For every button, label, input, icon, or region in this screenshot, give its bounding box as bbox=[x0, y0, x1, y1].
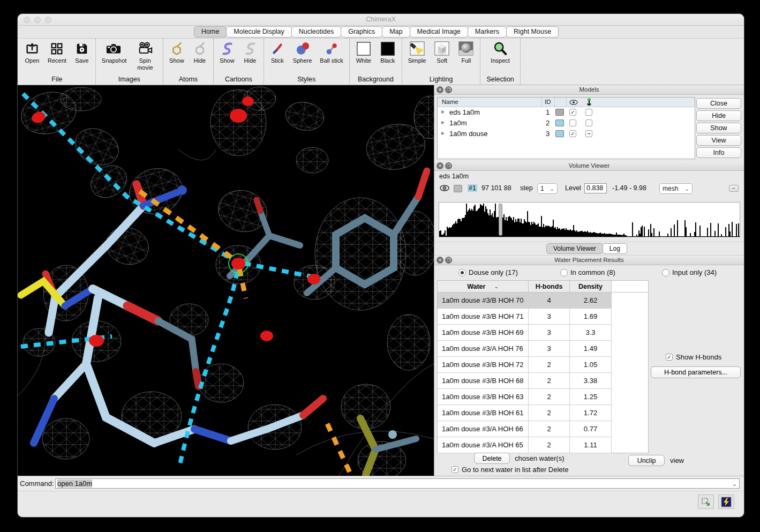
minimize-window-button[interactable] bbox=[34, 17, 41, 23]
show-hbonds-checkbox[interactable] bbox=[666, 354, 673, 361]
expand-triangle-icon[interactable]: ▶ bbox=[441, 109, 445, 114]
close-panel-icon[interactable]: ✕ bbox=[437, 162, 443, 169]
id-column-header[interactable]: ID bbox=[545, 99, 551, 105]
save-button[interactable]: Save bbox=[74, 41, 89, 64]
sphere-style-button[interactable]: Sphere bbox=[293, 41, 312, 64]
command-input[interactable]: open 1a0m ⌄ bbox=[55, 478, 740, 489]
name-column-header[interactable]: Name bbox=[442, 99, 458, 105]
water-table-row[interactable]: 1a0m douse #3/A HOH 66 2 0.77 bbox=[438, 421, 648, 437]
zoom-window-button[interactable] bbox=[45, 17, 51, 23]
water-table-row[interactable]: 1a0m douse #3/A HOH 76 3 1.49 bbox=[438, 341, 648, 357]
model-selected-checkbox[interactable] bbox=[585, 109, 592, 116]
cartoons-hide-button[interactable]: Hide bbox=[243, 41, 258, 64]
soft-lighting-button[interactable]: Soft bbox=[434, 41, 450, 64]
tab-home[interactable]: Home bbox=[194, 26, 227, 38]
spin-movie-button[interactable]: Spin movie bbox=[133, 41, 157, 71]
tab-graphics[interactable]: Graphics bbox=[341, 26, 382, 38]
water-table-row[interactable]: 1a0m douse #3/B HOH 68 2 3.38 bbox=[438, 373, 648, 389]
close-panel-icon[interactable]: ✕ bbox=[437, 86, 443, 93]
hbond-parameters-button[interactable]: H-bond parameters... bbox=[651, 366, 741, 378]
value-range: -1.49 - 9.98 bbox=[612, 184, 646, 192]
tab-log[interactable]: Log bbox=[603, 243, 627, 254]
white-background-button[interactable]: White bbox=[356, 41, 372, 64]
full-lighting-button[interactable]: Full bbox=[458, 41, 474, 64]
model-row[interactable]: ▶ 1a0m 2 bbox=[438, 118, 695, 129]
map-model-id[interactable]: #1 bbox=[468, 184, 477, 192]
next-water-checkbox[interactable] bbox=[452, 466, 458, 473]
black-background-button[interactable]: Black bbox=[380, 41, 396, 64]
threshold-slider[interactable] bbox=[499, 204, 502, 236]
radio-in-common[interactable]: In common (8) bbox=[560, 268, 615, 276]
float-panel-icon[interactable]: ❐ bbox=[445, 162, 452, 169]
model-color-swatch[interactable] bbox=[555, 109, 564, 116]
atoms-show-button[interactable]: Show bbox=[169, 41, 184, 64]
float-panel-icon[interactable]: ❐ bbox=[445, 86, 452, 93]
tab-markers[interactable]: Markers bbox=[468, 26, 507, 38]
radio-input-only[interactable]: Input only (34) bbox=[662, 268, 717, 276]
ball-stick-style-button[interactable]: Ball stick bbox=[320, 41, 343, 64]
collapse-button[interactable]: − bbox=[729, 185, 739, 192]
next-water-option[interactable]: Go to next water in list after Delete bbox=[452, 466, 568, 474]
radio-icon[interactable] bbox=[458, 269, 466, 276]
model-color-swatch[interactable] bbox=[555, 119, 564, 126]
tab-molecule-display[interactable]: Molecule Display bbox=[226, 26, 291, 38]
radio-douse-only[interactable]: Douse only (17) bbox=[458, 268, 518, 276]
inspect-button[interactable]: Inspect bbox=[491, 41, 509, 64]
map-color-swatch[interactable] bbox=[454, 185, 462, 192]
info-model-button[interactable]: Info bbox=[696, 147, 741, 158]
hbonds-column-header[interactable]: H-bonds bbox=[529, 281, 570, 292]
atoms-hide-button[interactable]: Hide bbox=[192, 41, 207, 64]
show-hbonds-option[interactable]: Show H-bonds bbox=[666, 353, 721, 361]
show-model-button[interactable]: Show bbox=[696, 123, 741, 133]
water-table-row[interactable]: 1a0m douse #3/B HOH 61 2 1.72 bbox=[438, 405, 648, 421]
unclip-button[interactable]: Unclip bbox=[628, 455, 665, 466]
tab-map[interactable]: Map bbox=[382, 26, 410, 38]
fast-mode-button[interactable] bbox=[718, 494, 734, 509]
water-column-header[interactable]: Water⌄ bbox=[438, 281, 529, 292]
model-color-swatch[interactable] bbox=[555, 130, 564, 137]
model-selected-checkbox[interactable] bbox=[585, 119, 592, 126]
close-model-button[interactable]: Close bbox=[696, 98, 741, 109]
water-table-row[interactable]: 1a0m douse #3/B HOH 72 2 1.05 bbox=[438, 357, 648, 373]
snapshot-button[interactable]: Snapshot bbox=[102, 41, 125, 64]
tab-nucleotides[interactable]: Nucleotides bbox=[291, 26, 341, 38]
hide-model-button[interactable]: Hide bbox=[696, 110, 741, 121]
water-table-row[interactable]: 1a0m douse #3/B HOH 63 2 1.25 bbox=[438, 389, 648, 405]
view-model-button[interactable]: View bbox=[696, 135, 741, 146]
model-shown-checkbox[interactable] bbox=[569, 130, 576, 137]
water-table-row[interactable]: 1a0m douse #3/B HOH 71 3 1.69 bbox=[438, 309, 648, 325]
expand-triangle-icon[interactable]: ▶ bbox=[441, 131, 445, 136]
radio-icon[interactable] bbox=[662, 269, 669, 276]
close-panel-icon[interactable]: ✕ bbox=[437, 257, 443, 264]
step-select[interactable]: 1⌄ bbox=[537, 183, 558, 194]
level-input[interactable]: 0.838 bbox=[584, 183, 607, 193]
tab-right-mouse[interactable]: Right Mouse bbox=[506, 26, 559, 38]
model-row[interactable]: ▶ eds 1a0m 1 bbox=[438, 107, 695, 118]
eye-icon[interactable] bbox=[440, 185, 449, 191]
water-table-row[interactable]: 1a0m douse #3/B HOH 69 3 3.3 bbox=[438, 325, 648, 341]
open-button[interactable]: Open bbox=[25, 41, 40, 64]
model-row[interactable]: ▶ 1a0m douse 3 bbox=[438, 129, 695, 139]
stick-style-button[interactable]: Stick bbox=[270, 41, 285, 64]
expand-triangle-icon[interactable]: ▶ bbox=[441, 120, 445, 125]
close-window-button[interactable] bbox=[24, 17, 30, 23]
tab-medical-image[interactable]: Medical Image bbox=[410, 26, 468, 38]
cartoons-show-button[interactable]: Show bbox=[220, 41, 235, 64]
display-style-select[interactable]: mesh⌄ bbox=[659, 183, 693, 194]
model-shown-checkbox[interactable] bbox=[569, 109, 576, 116]
float-panel-icon[interactable]: ❐ bbox=[445, 257, 452, 264]
command-history-chevron-icon[interactable]: ⌄ bbox=[732, 479, 737, 489]
model-selected-checkbox[interactable] bbox=[585, 130, 592, 137]
simple-lighting-button[interactable]: Simple bbox=[408, 41, 426, 64]
water-table-row[interactable]: 1a0m douse #3/B HOH 70 4 2.62 bbox=[438, 293, 648, 309]
resize-graphics-button[interactable] bbox=[698, 494, 714, 509]
water-table-row[interactable]: 1a0m douse #3/A HOH 65 2 1.11 bbox=[438, 437, 648, 453]
3d-viewport[interactable] bbox=[18, 85, 434, 476]
radio-icon[interactable] bbox=[560, 269, 568, 276]
delete-water-button[interactable]: Delete bbox=[474, 453, 510, 464]
recent-button[interactable]: Recent bbox=[48, 41, 66, 64]
tab-volume-viewer[interactable]: Volume Viewer bbox=[546, 243, 603, 254]
model-shown-checkbox[interactable] bbox=[569, 119, 576, 126]
molecule-scene bbox=[18, 85, 434, 476]
density-column-header[interactable]: Density bbox=[570, 281, 612, 292]
